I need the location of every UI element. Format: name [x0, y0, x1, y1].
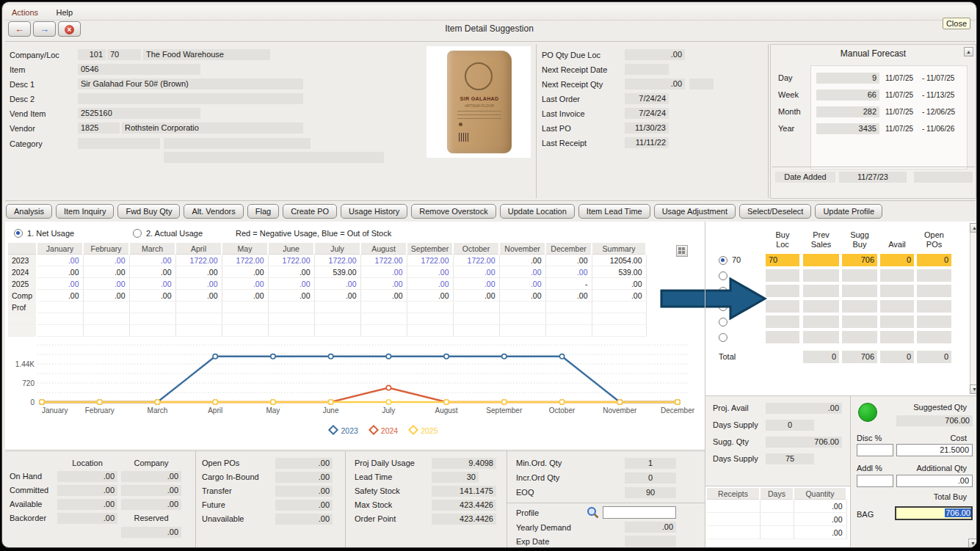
usage-col-header: August	[360, 243, 407, 255]
menu-help[interactable]: Help	[49, 6, 81, 19]
usage-cell: 1722.00	[360, 255, 407, 266]
po-info-field: 7/24/24	[625, 108, 669, 119]
usage-cell	[268, 313, 314, 325]
profile-search-icon[interactable]	[587, 506, 599, 522]
forecast-end-date: - 11/13/25	[922, 91, 954, 99]
stock-company-field: .00	[121, 485, 181, 496]
usage-table: JanuaryFebruaryMarchAprilMayJuneJulyAugu…	[8, 243, 647, 337]
action-button-fwd-buy-qty[interactable]: Fwd Buy Qty	[117, 204, 180, 219]
usage-cell: .00	[407, 290, 453, 302]
menu-actions[interactable]: Actions	[4, 6, 46, 19]
inbound-field: .00	[275, 458, 333, 469]
usage-cell	[83, 325, 129, 337]
buy-cell	[766, 315, 799, 328]
flour-bag-graphic: SIR GALAHAD ARTISAN FLOUR	[447, 51, 512, 153]
planning-field: 423.4426	[432, 514, 496, 525]
buy-cell	[842, 269, 877, 282]
actual-usage-label: 2. Actual Usage	[146, 229, 203, 238]
desc1-label: Desc 1	[10, 80, 35, 89]
disc-input[interactable]	[857, 444, 893, 456]
inbound-field: .00	[275, 500, 333, 511]
usage-cell: .00	[499, 290, 545, 302]
stock-location-field: .00	[57, 513, 117, 524]
usage-cell: 1722.00	[314, 255, 360, 266]
actual-usage-radio[interactable]	[133, 229, 142, 238]
forecast-qty-field: 9	[816, 73, 879, 84]
company-header: Company	[121, 458, 181, 469]
addl-input[interactable]	[857, 475, 893, 487]
action-button-item-inquiry[interactable]: Item Inquiry	[56, 204, 114, 219]
inbound-label: Transfer	[202, 486, 232, 495]
exp-date-label: Exp Date	[516, 537, 549, 546]
usage-cell	[453, 302, 499, 313]
net-usage-radio[interactable]	[14, 229, 23, 238]
action-button-remove-overstock[interactable]: Remove Overstock	[411, 204, 496, 219]
usage-cell: 1722.00	[453, 255, 499, 266]
stock-label: Available	[10, 500, 42, 508]
usage-cell: .00	[129, 266, 175, 278]
svg-text:July: July	[382, 406, 395, 415]
action-button-select-deselect[interactable]: Select/Deselect	[739, 204, 811, 219]
forecast-scroll-up-icon[interactable]: ▲	[964, 47, 973, 56]
buy-scroll-up-icon[interactable]: ▲	[970, 223, 977, 233]
buy-location-radio[interactable]	[719, 333, 727, 342]
legend-item-2024: 2024	[370, 426, 398, 435]
reserved-label: Reserved	[121, 513, 181, 524]
svg-text:December: December	[661, 406, 695, 415]
action-button-usage-history[interactable]: Usage History	[341, 204, 407, 219]
additional-qty-input[interactable]: .00	[896, 475, 973, 487]
usage-cell: 1722.00	[175, 255, 222, 266]
usage-cell: .00	[453, 266, 499, 278]
buy-scroll-down-icon[interactable]: ▼	[970, 384, 977, 394]
reserved-field: .00	[121, 527, 181, 538]
total-buy-input[interactable]: 706.00	[895, 506, 973, 520]
buy-cell	[803, 315, 839, 328]
yearly-demand-label: Yearly Demand	[516, 523, 571, 532]
projection-label: Days Supply	[713, 454, 758, 463]
action-button-update-profile[interactable]: Update Profile	[815, 204, 882, 219]
grid-options-icon[interactable]	[676, 245, 688, 257]
buy-cell: 70	[766, 254, 799, 266]
buy-col-header: PrevSales	[800, 230, 842, 249]
vendor-label: Vendor	[10, 124, 35, 133]
cost-input[interactable]: 21.5000	[896, 444, 973, 456]
buy-total-cell: 0	[803, 351, 839, 363]
stock-location-field: .00	[57, 499, 117, 510]
buy-total-label: Total	[719, 352, 736, 361]
usage-cell	[83, 313, 129, 325]
buy-location-radio[interactable]	[719, 256, 727, 265]
close-window-button[interactable]: Close	[943, 18, 970, 29]
action-button-item-lead-time[interactable]: Item Lead Time	[578, 204, 650, 219]
buy-cell	[803, 331, 839, 343]
forecast-qty-field: 66	[816, 90, 879, 101]
action-button-update-location[interactable]: Update Location	[500, 204, 575, 219]
profile-input[interactable]	[603, 506, 676, 519]
buy-cell: 0	[917, 254, 951, 266]
stock-company-field: .00	[121, 471, 181, 482]
po-info-field: .00	[625, 79, 685, 90]
usage-cell: .00	[360, 278, 407, 290]
buy-panel-scrollbar[interactable]	[970, 223, 977, 394]
buy-total-cell: 706	[842, 351, 877, 363]
usage-cell: .00	[407, 278, 453, 290]
action-button-alt-vendors[interactable]: Alt. Vendors	[184, 204, 243, 219]
usage-cell	[499, 313, 545, 325]
receipts-cell	[707, 500, 760, 513]
vend-item-field: 2525160	[78, 108, 200, 119]
usage-col-header: February	[83, 243, 129, 255]
usage-cell: .00	[268, 266, 314, 278]
forecast-start-date: 11/07/25	[885, 91, 913, 99]
vend-item-label: Vend Item	[10, 109, 46, 118]
buy-cell	[880, 300, 914, 313]
action-button-create-po[interactable]: Create PO	[283, 204, 337, 219]
action-button-analysis[interactable]: Analysis	[6, 204, 52, 219]
bottom-scroll-down-icon[interactable]: ▼	[968, 539, 977, 548]
usage-cell: .00	[407, 266, 453, 278]
action-button-usage-adjustment[interactable]: Usage Adjustment	[654, 204, 736, 219]
desc2-label: Desc 2	[10, 95, 35, 103]
action-button-flag[interactable]: Flag	[247, 204, 279, 219]
usage-col-header: Summary	[592, 243, 646, 255]
usage-cell	[8, 325, 37, 337]
yearly-demand-field: .00	[625, 522, 676, 533]
forecast-period-label: Week	[778, 90, 799, 99]
